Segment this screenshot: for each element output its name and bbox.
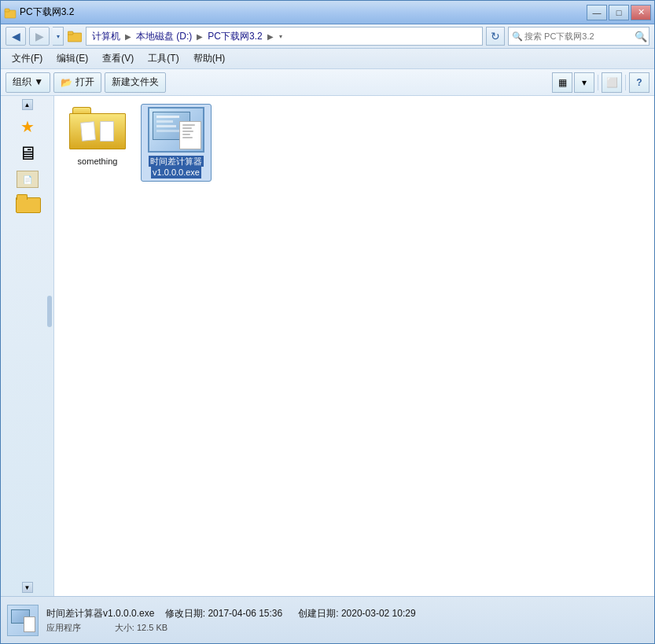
maximize-button[interactable]: □ [609, 5, 629, 20]
address-path-bar[interactable]: 计算机 ▶ 本地磁盘 (D:) ▶ PC下载网3.2 ▶ ▾ [86, 27, 483, 46]
refresh-icon: ↻ [491, 30, 500, 42]
svg-rect-1 [5, 9, 9, 12]
status-modified-value: 2017-04-06 15:36 [208, 608, 282, 619]
path-drive[interactable]: 本地磁盘 (D:) [134, 29, 194, 44]
folder-icon [16, 194, 39, 213]
toolbar-right: ▦ ▾ ⬜ ? [552, 72, 649, 93]
title-bar: PC下载网3.2 — □ ✕ [1, 1, 654, 24]
screen-line-4 [156, 130, 180, 132]
menu-tools[interactable]: 工具(T) [142, 50, 185, 67]
status-info: 时间差计算器v1.0.0.0.exe 修改日期: 2017-04-06 15:3… [46, 607, 648, 634]
sidebar-scroll-handle[interactable] [47, 296, 52, 327]
toolbar-separator [598, 75, 598, 90]
list-item[interactable]: 时间差计算器 v1.0.0.0.exe [141, 104, 212, 182]
doc-line-4 [182, 134, 190, 135]
open-icon: 📂 [61, 77, 72, 88]
back-icon: ◀ [12, 30, 20, 42]
status-modified-label: 修改日期: [165, 608, 205, 619]
folder-body [69, 113, 126, 149]
star-icon: ★ [20, 117, 35, 136]
sidebar: ▲ ★ 🖥 📄 [1, 96, 54, 596]
path-arrow-1: ▶ [125, 32, 131, 41]
address-folder-icon [67, 28, 83, 44]
sidebar-item-favorites[interactable]: ★ [7, 115, 48, 138]
status-doc [24, 616, 35, 632]
status-type: 应用程序 [46, 623, 81, 632]
status-size-label: 大小: [115, 623, 134, 632]
minimize-button[interactable]: — [587, 5, 607, 20]
status-line-2: 应用程序 大小: 12.5 KB [46, 622, 648, 634]
search-bar: 🔍 🔍 [508, 27, 649, 46]
status-created-value: 2020-03-02 10:29 [341, 608, 416, 619]
new-folder-label: 新建文件夹 [112, 75, 159, 89]
organize-label: 组织 ▼ [13, 75, 43, 89]
refresh-button[interactable]: ↻ [486, 27, 505, 46]
history-dropdown-button[interactable]: ▾ [53, 27, 64, 46]
path-end-dropdown[interactable]: ▾ [276, 27, 285, 46]
menu-bar: 文件(F) 编辑(E) 查看(V) 工具(T) 帮助(H) [1, 49, 654, 69]
file-name-something: something [78, 156, 118, 167]
sidebar-scroll-up[interactable]: ▲ [22, 99, 33, 110]
exe-icon-inner [151, 110, 201, 149]
view-dropdown-button[interactable]: ▾ [574, 72, 594, 93]
status-size-value: 12.5 KB [137, 623, 167, 632]
view-icon: ▦ [558, 77, 567, 88]
organize-button[interactable]: 组织 ▼ [6, 72, 50, 93]
forward-icon: ▶ [35, 30, 44, 42]
close-button[interactable]: ✕ [631, 5, 651, 20]
status-icon-inner [10, 609, 35, 632]
forward-button[interactable]: ▶ [29, 27, 50, 46]
folder-page-1 [80, 121, 96, 141]
exe-icon [148, 107, 204, 153]
sidebar-item-folder[interactable] [7, 192, 48, 215]
folder-page-2 [100, 121, 114, 142]
path-folder[interactable]: PC下载网3.2 [205, 29, 264, 44]
document-icon: 📄 [17, 171, 39, 188]
main-area: ▲ ★ 🖥 📄 [1, 96, 654, 596]
pane-button[interactable]: ⬜ [602, 72, 622, 93]
title-bar-left: PC下载网3.2 [4, 6, 74, 19]
search-button[interactable]: 🔍 [635, 28, 647, 44]
status-line-1: 时间差计算器v1.0.0.0.exe 修改日期: 2017-04-06 15:3… [46, 607, 648, 620]
status-created-label: 创建日期: [298, 608, 338, 619]
back-button[interactable]: ◀ [6, 27, 26, 46]
new-folder-button[interactable]: 新建文件夹 [105, 72, 166, 93]
file-name-exe-1: 时间差计算器 [149, 156, 204, 167]
folder-icon [68, 30, 82, 42]
open-label: 打开 [75, 75, 94, 89]
exe-doc [179, 121, 201, 149]
screen-line-3 [156, 125, 176, 127]
path-arrow-3: ▶ [267, 32, 274, 41]
search-glass-icon: 🔍 [512, 31, 523, 42]
window-icon [4, 6, 17, 19]
status-bar: 时间差计算器v1.0.0.0.exe 修改日期: 2017-04-06 15:3… [1, 596, 654, 643]
path-computer[interactable]: 计算机 [90, 29, 123, 44]
doc-line-5 [182, 137, 193, 138]
list-item[interactable]: something [62, 104, 133, 182]
sidebar-item-computer[interactable]: 🖥 [7, 140, 48, 167]
view-toggle-button[interactable]: ▦ [552, 72, 572, 93]
search-submit-icon: 🔍 [635, 31, 647, 42]
file-area[interactable]: something [54, 96, 654, 596]
address-bar-area: ◀ ▶ ▾ 计算机 ▶ 本地磁盘 (D:) ▶ PC下载网3.2 ▶ ▾ ↻ 🔍 [1, 24, 654, 49]
search-input[interactable] [524, 31, 633, 41]
open-button[interactable]: 📂 打开 [53, 72, 101, 93]
status-filename: 时间差计算器v1.0.0.0.exe [46, 608, 154, 619]
sidebar-scroll-down[interactable]: ▼ [22, 582, 33, 593]
window: PC下载网3.2 — □ ✕ ◀ ▶ ▾ 计算机 ▶ 本地磁盘 (D:) ▶ [0, 0, 655, 644]
screen-line-1 [156, 116, 179, 118]
svg-rect-3 [68, 31, 73, 35]
menu-file[interactable]: 文件(F) [6, 50, 49, 67]
file-name-exe-2: v1.0.0.0.exe [151, 167, 201, 178]
help-button[interactable]: ? [629, 72, 649, 93]
doc-line-3 [182, 131, 193, 132]
window-title: PC下载网3.2 [20, 6, 74, 19]
menu-view[interactable]: 查看(V) [96, 50, 140, 67]
menu-help[interactable]: 帮助(H) [187, 50, 232, 67]
monitor-icon: 🖥 [18, 142, 37, 164]
help-icon: ? [636, 77, 642, 88]
title-bar-buttons: — □ ✕ [587, 5, 651, 20]
sidebar-items: ★ 🖥 📄 [1, 113, 53, 579]
menu-edit[interactable]: 编辑(E) [50, 50, 94, 67]
sidebar-item-documents[interactable]: 📄 [7, 168, 48, 190]
